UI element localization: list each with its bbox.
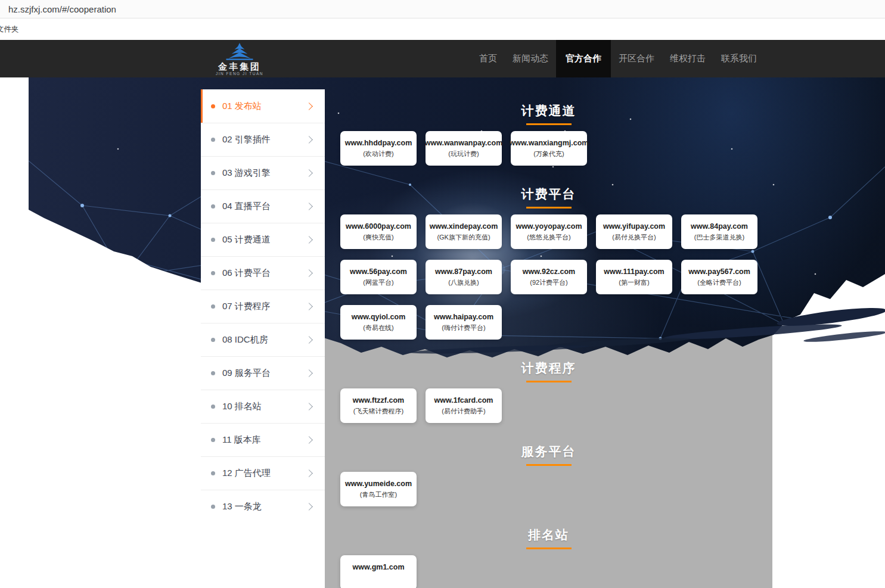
partner-card[interactable]: www.yoyopay.com(悠悠兑换平台) — [511, 214, 587, 249]
card-name: (奇易在线) — [363, 323, 393, 332]
partner-card[interactable]: www.ftzzf.com(飞天猪计费程序) — [340, 388, 417, 423]
card-domain: www.6000pay.com — [346, 222, 411, 231]
partner-card[interactable]: www.6000pay.com(爽快充值) — [340, 214, 417, 249]
card-domain: www.gm1.com — [352, 563, 404, 572]
bullet-dot-icon — [211, 104, 215, 108]
sidebar-item-02[interactable]: 02 引擎插件 — [201, 123, 325, 156]
card-domain: www.92cz.com — [523, 267, 575, 276]
partner-card[interactable]: www.1fcard.com(易付计费助手) — [426, 388, 502, 423]
nav-item-cooperation[interactable]: 官方合作 — [556, 40, 611, 77]
card-domain: www.yoyopay.com — [516, 222, 582, 231]
sidebar-item-label: 06 计费平台 — [222, 267, 271, 279]
nav-item-contact[interactable]: 联系我们 — [713, 40, 765, 77]
partner-card[interactable]: www.hhddpay.com(欢动计费) — [340, 131, 417, 166]
bookmarks-folder-button[interactable]: 文件夹 — [0, 24, 19, 35]
section-title-billing-channel: 计费通道 — [325, 102, 772, 119]
chevron-right-icon — [305, 269, 313, 277]
logo-subtitle: JIN FENG JI TUAN — [210, 71, 269, 76]
sidebar-item-label: 03 游戏引擎 — [222, 167, 271, 179]
sidebar-item-07[interactable]: 07 计费程序 — [201, 290, 325, 323]
card-name: (八旗兑换) — [448, 278, 479, 287]
card-name: (巴士多渠道兑换) — [694, 233, 744, 241]
sidebar-item-01[interactable]: 01 发布站 — [201, 89, 325, 123]
partner-card[interactable]: www.wanxiangmj.com(万象代充) — [511, 131, 587, 166]
chevron-right-icon — [305, 369, 313, 377]
card-domain: www.87pay.com — [435, 267, 492, 276]
card-name: (嗨付计费平台) — [442, 323, 485, 332]
partner-card[interactable]: www.qyiol.com(奇易在线) — [340, 305, 417, 340]
card-name: (易付兑换平台) — [612, 233, 656, 241]
card-name: (万象代充) — [533, 150, 564, 158]
sidebar-item-11[interactable]: 11 版本库 — [201, 423, 325, 456]
chevron-right-icon — [305, 303, 313, 310]
site-logo[interactable]: 金丰集团 JIN FENG JI TUAN — [210, 41, 269, 76]
nav-item-news[interactable]: 新闻动态 — [505, 40, 556, 77]
section-title-service-platform: 服务平台 — [325, 443, 772, 460]
nav-item-open-zone[interactable]: 开区合作 — [611, 40, 662, 77]
chevron-right-icon — [305, 336, 313, 344]
sidebar-item-08[interactable]: 08 IDC机房 — [201, 323, 325, 356]
partner-card[interactable]: www.92cz.com(92计费平台) — [511, 260, 587, 294]
section-title-ranking-site: 排名站 — [325, 527, 772, 543]
card-name: (92计费平台) — [530, 278, 568, 287]
section-billing-program: 计费程序www.ftzzf.com(飞天猪计费程序)www.1fcard.com… — [325, 360, 772, 423]
section-billing-platform: 计费平台www.6000pay.com(爽快充值)www.xindepay.co… — [325, 186, 772, 340]
card-grid: www.hhddpay.com(欢动计费)www.wanwanpay.com(玩… — [325, 125, 772, 166]
chevron-right-icon — [305, 436, 313, 444]
sidebar-item-03[interactable]: 03 游戏引擎 — [201, 156, 325, 189]
card-name: (爽快充值) — [363, 233, 393, 241]
chevron-right-icon — [305, 169, 313, 177]
card-name: (欢动计费) — [363, 150, 393, 158]
bullet-dot-icon — [211, 138, 215, 142]
partner-card[interactable]: www.haipay.com(嗨付计费平台) — [426, 305, 502, 340]
url-text[interactable]: hz.szjfxj.com/#/cooperation — [8, 4, 116, 14]
card-name: (飞天猪计费程序) — [353, 407, 403, 415]
logo-title: 金丰集团 — [210, 62, 269, 71]
card-name: (悠悠兑换平台) — [527, 233, 570, 241]
sidebar-item-13[interactable]: 13 一条龙 — [201, 490, 325, 523]
sidebar-item-05[interactable]: 05 计费通道 — [201, 223, 325, 256]
bullet-dot-icon — [211, 505, 215, 509]
partner-card[interactable]: www.wanwanpay.com(玩玩计费) — [426, 131, 502, 166]
sidebar-item-04[interactable]: 04 直播平台 — [201, 189, 325, 223]
partner-card[interactable]: www.gm1.com — [340, 555, 417, 588]
sidebar-item-label: 10 排名站 — [222, 401, 262, 412]
chevron-right-icon — [305, 203, 313, 210]
section-ranking-site: 排名站www.gm1.com — [325, 527, 772, 588]
page: hz.szjfxj.com/#/cooperation 文件夹 金丰集团 JIN… — [0, 0, 885, 588]
partner-card[interactable]: www.xindepay.com(GK旗下新的充值) — [426, 214, 502, 249]
sidebar-item-06[interactable]: 06 计费平台 — [201, 256, 325, 290]
bullet-dot-icon — [211, 338, 215, 342]
cooperation-sections: 计费通道www.hhddpay.com(欢动计费)www.wanwanpay.c… — [325, 77, 772, 588]
card-domain: www.wanxiangmj.com — [510, 139, 589, 148]
card-grid: www.6000pay.com(爽快充值)www.xindepay.com(GK… — [325, 209, 772, 340]
sidebar-item-label: 01 发布站 — [222, 101, 262, 112]
sidebar-item-label: 02 引擎插件 — [222, 134, 271, 145]
partner-card[interactable]: www.pay567.com(全略计费平台) — [681, 260, 757, 294]
partner-card[interactable]: www.56pay.com(网蓝平台) — [340, 260, 417, 294]
card-name: (全略计费平台) — [697, 278, 741, 287]
bullet-dot-icon — [211, 204, 215, 209]
card-domain: www.hhddpay.com — [345, 139, 412, 148]
card-name: (第一财富) — [619, 278, 649, 287]
sidebar-item-label: 08 IDC机房 — [222, 334, 268, 346]
partner-card[interactable]: www.yumeide.com(青鸟工作室) — [340, 472, 417, 506]
partner-card[interactable]: www.yifupay.com(易付兑换平台) — [596, 214, 672, 249]
section-title-billing-platform: 计费平台 — [325, 186, 772, 203]
partner-card[interactable]: www.87pay.com(八旗兑换) — [426, 260, 502, 294]
card-domain: www.ftzzf.com — [353, 396, 404, 405]
main-nav: 首页新闻动态官方合作开区合作维权打击联系我们 — [471, 40, 765, 77]
nav-item-home[interactable]: 首页 — [471, 40, 505, 77]
sidebar-item-10[interactable]: 10 排名站 — [201, 390, 325, 423]
section-title-billing-program: 计费程序 — [325, 360, 772, 377]
partner-card[interactable]: www.111pay.com(第一财富) — [596, 260, 672, 294]
sidebar-item-09[interactable]: 09 服务平台 — [201, 356, 325, 390]
browser-url-bar[interactable]: hz.szjfxj.com/#/cooperation — [0, 0, 885, 18]
sidebar-item-12[interactable]: 12 广告代理 — [201, 456, 325, 490]
card-name: (玩玩计费) — [448, 150, 479, 158]
section-service-platform: 服务平台www.yumeide.com(青鸟工作室) — [325, 443, 772, 506]
bullet-dot-icon — [211, 438, 215, 442]
nav-item-rights-protection[interactable]: 维权打击 — [662, 40, 713, 77]
partner-card[interactable]: www.84pay.com(巴士多渠道兑换) — [681, 214, 757, 249]
card-domain: www.yumeide.com — [345, 480, 412, 489]
